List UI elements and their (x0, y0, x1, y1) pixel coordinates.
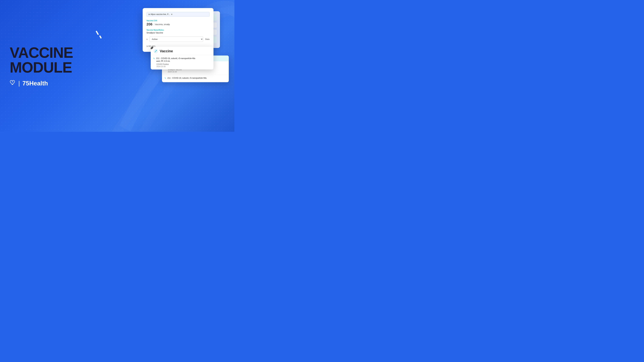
brand-divider: | (18, 80, 20, 87)
vaccine-item-1-date: 2024-10-30 (156, 65, 211, 67)
cvx-number: 206 (146, 22, 152, 26)
status-label-right: Statu (205, 38, 210, 40)
cvx-label: Vaccine CVX (146, 20, 210, 21)
cvx-group: Vaccine CVX 206 : Vaccinia, smallp (146, 20, 210, 26)
headline: VACCINE MODULE (10, 45, 73, 75)
close-circle-icon: ✕ (151, 47, 152, 48)
status-row: s Active Inactive Completed Statu (146, 36, 210, 42)
vaccine-item-1-header: ✎ 211 : COVID-19, subunit, rS-nanopartic… (153, 57, 211, 63)
syringe-icon (154, 50, 157, 52)
edit-icon-1: ✎ (153, 57, 155, 60)
status-label-left: s (146, 38, 148, 40)
vaccine-name-group: Vaccine Name/Notes Smallpox Vaccine (146, 29, 210, 34)
dropdown-vaccine-item-1[interactable]: ✎ 211 : COVID-19, subunit, rS-nanopartic… (151, 55, 214, 69)
vaccine-section-item-2[interactable]: ✎ 211 : COVID-19, subunit, rS-nanopartic… (162, 75, 229, 82)
vaccine-item-1-subtitle: COVID Positive (156, 63, 211, 65)
vaccine-tag[interactable]: ox Mpox vaccine live, P... × (146, 12, 210, 17)
tag-close-btn[interactable]: × (171, 13, 172, 15)
brand-row: | 75Health (10, 80, 73, 87)
vaccine-section-item-1-date: 2024-10-30 (168, 71, 226, 73)
form-window: ox Mpox vaccine live, P... × Vaccine CVX… (143, 8, 214, 52)
cvx-row: 206 : Vaccinia, smallp (146, 22, 210, 26)
vaccine-name-value: Smallpox Vaccine (146, 31, 210, 34)
dropdown-header: Vaccine (151, 47, 214, 55)
vaccine-dropdown-popup[interactable]: ✕ Vaccine ✎ 211 : COVID-19, subunit, rS-… (151, 47, 214, 69)
vaccine-name-label: Vaccine Name/Notes (146, 29, 210, 31)
ui-container: F, SQ or ID i ix-M1 Adju ox Mpox vaccine… (143, 8, 230, 93)
status-select[interactable]: Active Inactive Completed (150, 36, 203, 42)
vaccine-item-1-name: 211 : COVID-19, subunit, rS-nanoparticle… (156, 57, 195, 63)
vaccine-icon-circle (154, 49, 158, 53)
vaccine-section-item-2-header: ✎ 211 : COVID-19, subunit, rS-nanopartic… (164, 77, 226, 79)
svg-rect-1 (156, 50, 157, 51)
left-content: VACCINE MODULE | 75Health (10, 45, 73, 87)
tag-row: ox Mpox vaccine live, P... × (146, 12, 210, 17)
brand-name: 75Health (22, 80, 48, 87)
edit-icon-s2: ✎ (164, 77, 166, 79)
tag-label: ox Mpox vaccine live, P... (148, 13, 170, 15)
heart-icon (10, 80, 16, 87)
headline-line2: MODULE (10, 60, 73, 75)
headline-line1: VACCINE (10, 45, 73, 60)
vaccine-section-item-2-name: 211 : COVID-19, subunit, rS-nanoparticle… (168, 77, 206, 79)
cvx-text: : Vaccinia, smallp (154, 22, 170, 26)
dropdown-title: Vaccine (160, 49, 173, 53)
